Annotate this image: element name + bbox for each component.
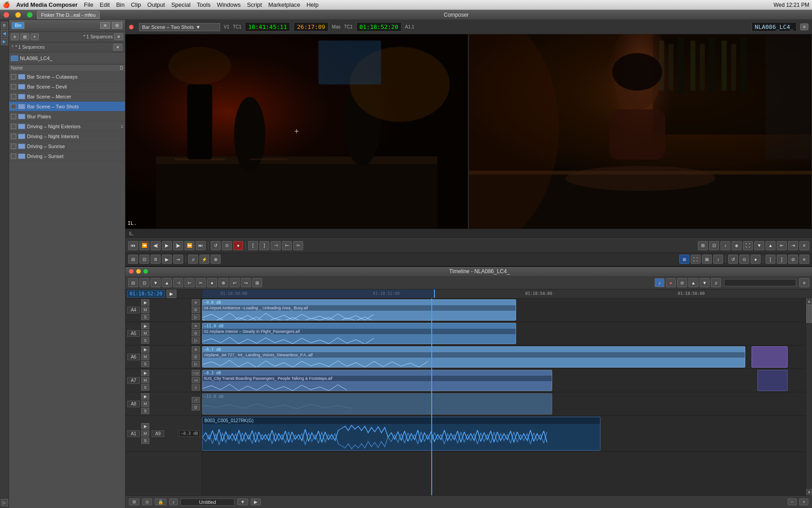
close-bin-tab[interactable]: ✕ <box>100 22 110 29</box>
play-loop-btn[interactable]: ↺ <box>211 241 221 250</box>
extract-btn[interactable]: ⇤ <box>777 241 787 250</box>
menu-script[interactable]: Script <box>247 1 262 8</box>
audio-clip-a8[interactable]: −11.0 dB <box>202 393 552 415</box>
match-frame-btn[interactable]: ⊞ <box>698 241 708 250</box>
track-a4-vol-ctrl[interactable]: ≡ <box>192 299 200 306</box>
tl-up2-btn[interactable]: ▲ <box>688 278 698 287</box>
trans2-jog-btn[interactable]: ⊙ <box>739 255 749 264</box>
record-btn[interactable]: ● <box>233 241 243 250</box>
tc-arrow-btn[interactable]: ▶ <box>166 289 176 298</box>
bin-btn-new[interactable]: + <box>31 33 39 40</box>
file-checkbox-8[interactable] <box>11 154 16 159</box>
record-monitor[interactable] <box>469 34 812 228</box>
jog-btn[interactable]: ⊙ <box>222 241 232 250</box>
step-back-btn[interactable]: ◀| <box>151 241 161 250</box>
current-timecode-display[interactable]: 01:18:52:20 <box>127 290 165 298</box>
track-a9-solo[interactable]: S <box>141 438 149 444</box>
fast-rewind-btn[interactable]: ⏪ <box>139 241 149 250</box>
bottom-arrow-btn[interactable]: ▼ <box>237 499 248 505</box>
sync-btn[interactable]: ⊡ <box>709 241 719 250</box>
clip-menu-btn[interactable]: ⊟ <box>128 255 138 264</box>
file-checkbox-6[interactable] <box>11 134 16 139</box>
track-a8-solo[interactable]: S <box>141 408 149 414</box>
track-a8-gain[interactable]: -7 <box>192 397 200 403</box>
audio-clip-a9[interactable]: B003_C005_0127RK(G) <box>202 417 600 451</box>
menu-help[interactable]: Help <box>306 1 318 8</box>
track-a7-gain[interactable]: +12 <box>192 370 200 376</box>
menu-special[interactable]: Special <box>171 1 191 8</box>
composer-close-btn[interactable] <box>129 25 134 29</box>
play-btn[interactable]: ▶ <box>162 241 172 250</box>
tl-clip-color-btn[interactable]: ⊡ <box>139 278 149 287</box>
audio-clip-a7[interactable]: −8.3 dB 5US_City Transit Boarding Passen… <box>202 370 552 391</box>
track-a6-lock[interactable]: ▶ <box>141 346 149 353</box>
trans2-loop-btn[interactable]: ↺ <box>728 255 738 264</box>
mark-in-btn[interactable]: [ <box>248 241 258 250</box>
menu-edit[interactable]: Edit <box>100 1 110 8</box>
bin-btn-grid[interactable]: ⊞ <box>20 33 29 40</box>
trans2-rec-btn[interactable]: ● <box>751 255 761 264</box>
trans2-mark-out-btn[interactable]: ] <box>777 255 787 264</box>
bottom-audio-btn[interactable]: ♪ <box>169 499 178 505</box>
go-to-end-btn[interactable]: ⏭ <box>196 241 206 250</box>
splice-btn[interactable]: ▲ <box>766 241 775 250</box>
sequence-item[interactable]: NLA086_LC4_ <box>9 53 125 63</box>
overwrite-btn[interactable]: ▼ <box>754 241 764 250</box>
track-label-a1[interactable]: A1 <box>127 430 140 437</box>
timeline-min-btn[interactable] <box>136 269 141 274</box>
video-quality-btn[interactable]: ◈ <box>732 241 742 250</box>
tl-red-marker-btn[interactable]: ● <box>666 278 676 287</box>
audio-clip-a6-main[interactable]: −8.7 dB Airplane_Jet 727_ Int_ Landing_V… <box>202 346 745 368</box>
tl-tools-btn[interactable]: ▼ <box>151 278 161 287</box>
fast-fwd-btn[interactable]: ⏩ <box>185 241 194 250</box>
audio-vol-btn[interactable]: ♪ <box>713 255 723 264</box>
fullscreen2-btn[interactable]: ⛶ <box>691 255 701 264</box>
scrollbar-thumb[interactable] <box>806 305 812 323</box>
trans2-menu-btn[interactable]: ≡ <box>799 255 809 264</box>
dual-monitor-btn[interactable]: ⊞ <box>679 255 689 264</box>
win-close-button[interactable] <box>4 12 9 18</box>
track-a4-lock[interactable]: ▶ <box>141 299 149 306</box>
scrollbar-down-btn[interactable]: ▼ <box>806 489 812 495</box>
track-a5-settings[interactable]: ▷ <box>192 337 200 344</box>
trans2-mark-in-btn[interactable]: [ <box>766 255 775 264</box>
track-label-a5[interactable]: A5 <box>127 330 140 337</box>
timeline-close-btn[interactable] <box>129 269 134 274</box>
tl-audio-waveform-btn[interactable]: ♪ <box>655 278 664 287</box>
track-a7-mute[interactable]: M <box>141 377 149 383</box>
track-a8-lock[interactable]: ▶ <box>141 393 149 400</box>
file-checkbox-3[interactable] <box>11 104 16 109</box>
tl-track-panel-btn[interactable]: ⊟ <box>128 278 138 287</box>
track-label-a9[interactable]: A9 <box>152 430 164 437</box>
app-name-menu[interactable]: Avid Media Composer <box>16 1 78 8</box>
track-a5-mute[interactable]: M <box>141 330 149 336</box>
track-a8-vol-ctrl[interactable]: ⊙ <box>192 404 200 410</box>
file-item-4[interactable]: Blur Plates <box>9 112 125 121</box>
file-checkbox-0[interactable] <box>11 74 16 79</box>
file-item-5[interactable]: Driving – Night Exteriors 2 <box>9 121 125 131</box>
track-a4-solo[interactable]: S <box>141 314 149 320</box>
tracks-scrollbar[interactable]: ▲ ▼ <box>806 298 812 495</box>
tracks-scroll-area[interactable]: −9.0 dB 04 Airport Ambience –Loading _ U… <box>202 298 806 495</box>
track-label-a8[interactable]: A8 <box>127 401 140 407</box>
file-item-7[interactable]: Driving – Sunrise <box>9 141 125 151</box>
close-sequences[interactable]: ✕ <box>113 44 122 51</box>
vtoolbar-btn-bottom[interactable]: ▷ <box>1 499 8 506</box>
vtoolbar-btn-1[interactable]: B <box>1 22 8 29</box>
zoom-out-btn[interactable]: − <box>788 499 797 505</box>
no-audio-btn[interactable]: ⊘ <box>788 255 798 264</box>
source-monitor[interactable]: IL. + <box>125 34 469 228</box>
speed-btn[interactable]: ⚡ <box>199 255 209 264</box>
track-a5-solo[interactable]: S <box>141 337 149 344</box>
tl-redo-btn[interactable]: ↪ <box>241 278 251 287</box>
track-a4-mute[interactable]: M <box>141 307 149 313</box>
track-a6-pan-ctrl[interactable]: ⊙ <box>192 354 200 360</box>
win-minimize-button[interactable] <box>15 12 21 18</box>
track-a7-solo[interactable]: S <box>141 384 149 391</box>
track-a8-mute[interactable]: M <box>141 401 149 407</box>
menu-output[interactable]: Output <box>148 1 165 8</box>
vtoolbar-btn-2[interactable]: ◀ <box>1 30 8 37</box>
menu-file[interactable]: File <box>84 1 93 8</box>
track-a9-lock[interactable]: ▶ <box>141 423 149 429</box>
track-a4-pan-ctrl[interactable]: ⊙ <box>192 307 200 313</box>
